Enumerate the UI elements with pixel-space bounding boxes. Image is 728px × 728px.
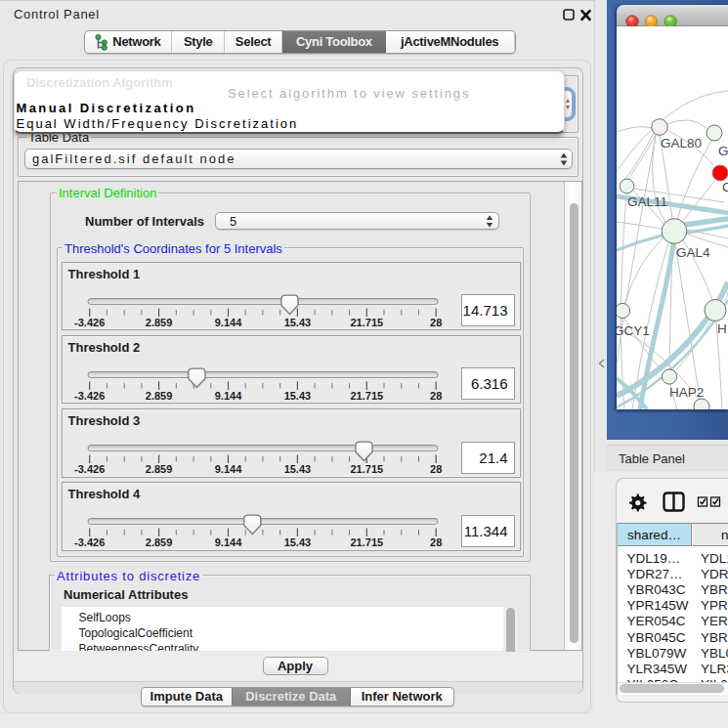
svg-text:28: 28 <box>430 316 442 327</box>
svg-text:21.715: 21.715 <box>350 536 383 548</box>
svg-text:GA: GA <box>718 144 728 158</box>
svg-text:28: 28 <box>430 536 442 548</box>
svg-text:-3.426: -3.426 <box>74 389 105 401</box>
svg-text:GAL80: GAL80 <box>661 136 702 150</box>
svg-text:21.715: 21.715 <box>350 463 383 475</box>
svg-text:-3.426: -3.426 <box>74 316 105 327</box>
svg-text:9.144: 9.144 <box>215 316 242 327</box>
svg-text:HAP2: HAP2 <box>669 385 704 400</box>
svg-text:15.43: 15.43 <box>284 316 312 327</box>
svg-text:GCY1: GCY1 <box>617 323 650 338</box>
svg-text:2.859: 2.859 <box>146 463 173 475</box>
svg-text:GAL11: GAL11 <box>627 194 667 209</box>
svg-text:-3.426: -3.426 <box>74 536 105 548</box>
svg-text:GAL4: GAL4 <box>676 245 710 260</box>
svg-text:28: 28 <box>430 463 442 475</box>
svg-text:H: H <box>717 321 727 336</box>
svg-text:2.859: 2.859 <box>146 389 173 401</box>
svg-text:21.715: 21.715 <box>350 316 383 327</box>
svg-text:C: C <box>722 180 728 194</box>
svg-text:9.144: 9.144 <box>215 389 242 401</box>
svg-text:28: 28 <box>430 389 442 401</box>
svg-text:2.859: 2.859 <box>146 536 173 548</box>
svg-text:21.715: 21.715 <box>350 389 383 401</box>
svg-text:2.859: 2.859 <box>146 316 173 327</box>
svg-text:15.43: 15.43 <box>284 463 312 475</box>
svg-text:15.43: 15.43 <box>284 389 312 401</box>
svg-text:15.43: 15.43 <box>284 536 312 548</box>
svg-text:-3.426: -3.426 <box>74 463 105 475</box>
svg-text:9.144: 9.144 <box>215 536 242 548</box>
svg-text:9.144: 9.144 <box>215 463 242 475</box>
